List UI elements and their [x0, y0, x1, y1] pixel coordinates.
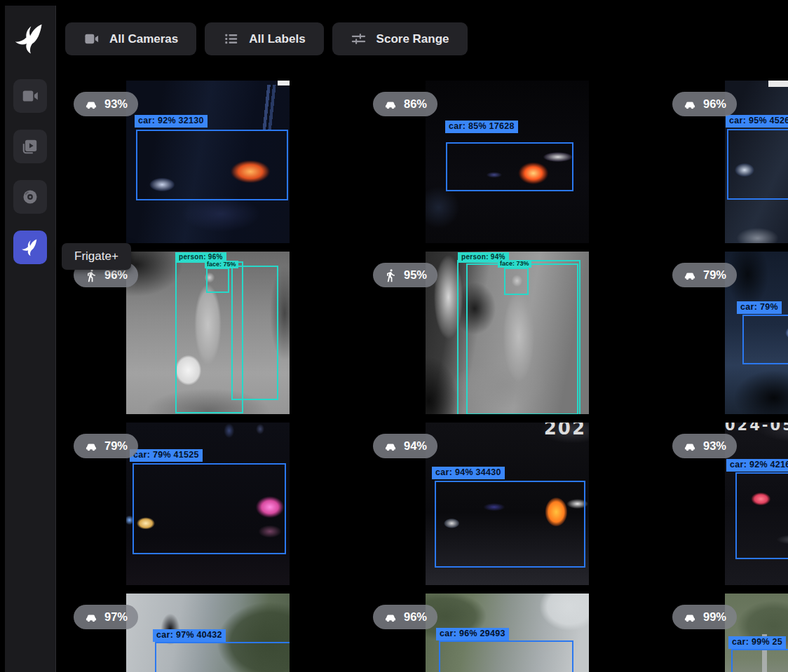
detection-cell[interactable]: car: 85% 1762886% [365, 76, 664, 247]
filter-label: All Labels [249, 32, 305, 46]
detection-cell[interactable]: person: 94%face: 73%95% [365, 247, 664, 418]
car-icon [683, 268, 697, 282]
detection-cell[interactable]: car: 79% 4152579% [65, 418, 365, 589]
score-badge: 93% [74, 92, 138, 116]
review-play-icon [21, 137, 39, 156]
video-camera-icon [21, 87, 39, 105]
snapshot-image[interactable]: car: 96% 29493 [426, 594, 589, 672]
frigate-plus-tooltip: Frigate+ [62, 243, 131, 270]
car-icon [383, 97, 398, 111]
detection-cell[interactable]: car: 97% 4043297% [65, 589, 365, 672]
filter-all-cameras[interactable]: All Cameras [65, 22, 196, 55]
filter-score-range[interactable]: Score Range [332, 22, 468, 55]
badge-score: 96% [404, 610, 427, 624]
badge-score: 86% [404, 97, 427, 111]
detection-cell[interactable]: car: 99% 2599% [664, 589, 788, 672]
score-badge: 86% [373, 92, 437, 116]
snapshot-image[interactable]: car: 97% 40432 [126, 594, 290, 672]
person-icon [383, 268, 398, 282]
snapshot-grid: car: 92% 3213093%car: 85% 1762886%car: 9… [65, 76, 788, 672]
filter-bar: All CamerasAll LabelsScore Range [65, 22, 468, 55]
bounding-box [435, 481, 585, 568]
bounding-box [727, 129, 788, 200]
filter-all-labels[interactable]: All Labels [205, 22, 323, 55]
score-badge: 94% [373, 434, 437, 458]
badge-score: 97% [104, 610, 128, 624]
badge-score: 96% [104, 268, 128, 282]
timestamp-overlay: 202 [544, 423, 586, 439]
timestamp-overlay: 024-05 0 [725, 423, 788, 434]
disc-icon [21, 188, 39, 206]
car-icon [383, 610, 398, 624]
score-badge: 79% [74, 434, 138, 458]
sliders-icon [351, 31, 367, 47]
detection-cell[interactable]: car: 79%79% [664, 247, 788, 418]
detection-cell[interactable]: car: 96% 2949396% [365, 589, 664, 672]
score-badge: 96% [373, 605, 437, 629]
face-bounding-box [206, 268, 229, 293]
badge-score: 79% [104, 439, 128, 453]
snapshot-image[interactable]: car: 79% 41525 [126, 423, 290, 585]
snapshot-image[interactable]: 202car: 94% 34430 [426, 423, 589, 585]
bounding-box [446, 142, 573, 191]
score-badge: 96% [672, 92, 737, 116]
car-icon [84, 439, 98, 453]
sidebar-item-frigate-plus[interactable] [13, 231, 47, 264]
camera-icon [83, 31, 100, 47]
detection-cell[interactable]: car: 95% 4526096% [664, 76, 788, 247]
car-icon [84, 610, 98, 624]
bounding-box [155, 642, 290, 672]
detection-cell[interactable]: 024-05 0car: 92% 421693% [664, 418, 788, 589]
face-bounding-box [504, 268, 529, 295]
car-icon [683, 97, 697, 111]
badge-score: 94% [404, 439, 427, 453]
badge-score: 93% [703, 439, 726, 453]
detection-cell[interactable]: person: 96%face: 75%96% [65, 247, 365, 418]
bounding-box [133, 463, 286, 554]
bounding-box [731, 649, 788, 672]
car-icon [683, 610, 697, 624]
car-icon [383, 439, 398, 453]
snapshot-image[interactable]: car: 92% 32130 [126, 81, 290, 243]
sidebar-nav [13, 79, 47, 264]
frigate-logo [14, 21, 46, 56]
badge-score: 93% [104, 97, 128, 111]
snapshot-image[interactable]: person: 94%face: 73% [426, 252, 589, 414]
score-badge: 79% [672, 263, 737, 287]
snapshot-image[interactable]: person: 96%face: 75% [126, 252, 290, 414]
score-badge: 97% [74, 605, 138, 629]
filter-label: Score Range [376, 32, 449, 46]
bounding-box [231, 266, 278, 400]
detection-cell[interactable]: 202car: 94% 3443094% [365, 418, 664, 589]
sidebar [5, 6, 56, 672]
detection-label: car: 96% 29493 [436, 628, 509, 640]
snapshot-image[interactable]: car: 99% 25 [725, 594, 788, 672]
detection-label: car: 92% 4216 [726, 459, 788, 472]
detection-cell[interactable]: car: 92% 3213093% [65, 76, 365, 247]
badge-score: 95% [404, 268, 427, 282]
snapshot-image[interactable]: car: 85% 17628 [426, 81, 589, 243]
frigate-bird-icon [21, 238, 39, 256]
sidebar-item-review[interactable] [13, 130, 47, 163]
bounding-box [742, 315, 788, 364]
score-badge: 93% [672, 434, 737, 458]
bounding-box [136, 130, 288, 200]
detection-label: car: 79% 41525 [130, 449, 203, 462]
detection-label: car: 97% 40432 [153, 629, 226, 642]
car-icon [683, 439, 697, 453]
score-badge: 99% [672, 605, 737, 629]
detection-label: car: 85% 17628 [445, 121, 518, 133]
detection-label: car: 99% 25 [728, 636, 786, 649]
car-icon [84, 97, 98, 111]
bounding-box [439, 640, 573, 672]
badge-score: 96% [703, 97, 726, 111]
filter-label: All Cameras [109, 32, 178, 46]
face-label: face: 73% [498, 260, 531, 268]
detection-label: car: 92% 32130 [135, 115, 208, 128]
detection-label: car: 79% [737, 301, 782, 314]
list-icon [223, 31, 239, 47]
score-badge: 95% [373, 263, 437, 287]
person-icon [84, 268, 98, 282]
sidebar-item-export[interactable] [13, 180, 47, 214]
sidebar-item-cameras[interactable] [13, 79, 47, 113]
